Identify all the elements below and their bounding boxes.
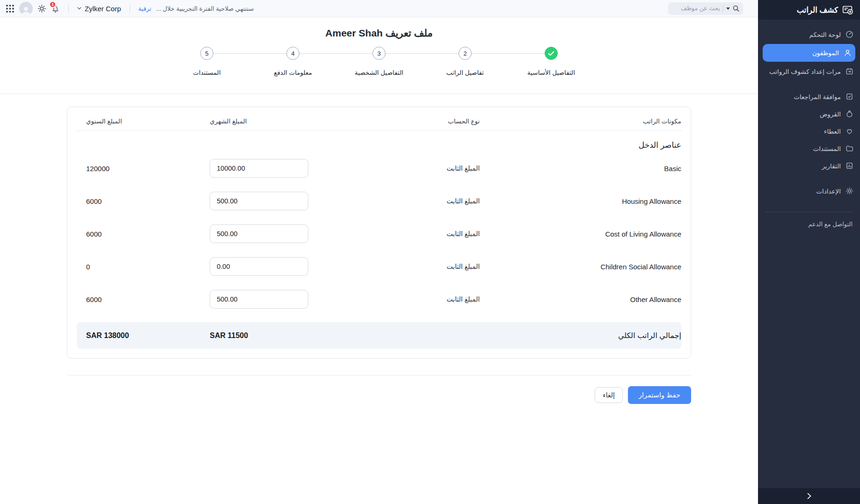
column-header-monthly: المبلغ الشهري — [210, 117, 367, 125]
step-label: المستندات — [167, 69, 247, 76]
actions-bar: حفظ واستمرار إلغاء — [67, 386, 691, 404]
sidebar-item-label: التقارير — [822, 162, 841, 170]
notifications-bell-icon[interactable]: 1 — [51, 4, 60, 13]
step-label: معلومات الدفع — [253, 69, 333, 76]
annual-amount: 6000 — [77, 197, 210, 205]
stepper-divider — [0, 94, 758, 94]
chevron-right-icon — [807, 493, 811, 499]
sidebar-item-label: العطاء — [824, 128, 841, 135]
approvals-icon — [845, 93, 853, 101]
sidebar-item-label: موافقة المراجعات — [794, 93, 841, 101]
loans-moneybag-icon — [845, 110, 853, 118]
calculation-type: المبلغ الثابت — [367, 230, 506, 238]
step-connector — [213, 53, 286, 54]
table-header-row: مكونات الراتب نوع الحساب المبلغ الشهري ا… — [77, 113, 681, 130]
sidebar-item-settings[interactable]: الإعدادات — [758, 182, 860, 200]
step-salary-details[interactable]: 2 تفاصيل الراتب — [459, 47, 472, 60]
topbar-divider — [130, 4, 130, 13]
monthly-amount-input[interactable] — [210, 290, 308, 309]
notification-count-badge: 1 — [49, 1, 56, 8]
sidebar-item-payruns[interactable]: مرات إعداد كشوف الرواتب — [758, 63, 860, 80]
sidebar-item-label: مرات إعداد كشوف الرواتب — [769, 68, 841, 75]
sidebar-item-label: الموظفون — [812, 49, 839, 57]
earnings-section-title: عناصر الدخل — [77, 140, 681, 150]
sidebar-item-documents[interactable]: المستندات — [758, 140, 860, 157]
apps-grid-icon[interactable] — [6, 4, 15, 13]
trial-banner: ستنتهي صلاحية الفترة التجريبية خلال ... … — [138, 5, 254, 12]
reports-chart-icon — [845, 162, 853, 170]
payroll-logo-icon — [842, 4, 854, 16]
step-label: التفاصيل الشخصية — [339, 69, 419, 76]
folder-icon — [845, 144, 853, 152]
sidebar: كشف الراتب لوحة التحكم الموظفون — [758, 0, 860, 504]
dashboard-icon — [845, 30, 853, 38]
step-connector — [299, 53, 372, 54]
monthly-amount-input[interactable] — [210, 257, 308, 276]
component-name: Cost of Living Allowance — [506, 230, 681, 238]
sidebar-item-donations[interactable]: العطاء — [758, 122, 860, 140]
org-switcher[interactable]: Zylker Corp — [77, 5, 121, 13]
user-avatar[interactable] — [19, 2, 33, 15]
search-input[interactable] — [673, 5, 720, 12]
step-connector — [472, 53, 545, 54]
step-number[interactable]: 4 — [286, 47, 299, 60]
step-label: تفاصيل الراتب — [425, 69, 505, 76]
sidebar-nav: لوحة التحكم الموظفون مرات إعداد كشو — [758, 20, 860, 230]
annual-amount: 6000 — [77, 230, 210, 238]
component-name: Children Social Allowance — [506, 263, 681, 271]
cancel-button[interactable]: إلغاء — [595, 387, 623, 403]
chevron-down-icon — [77, 7, 81, 10]
annual-amount: 120000 — [77, 165, 210, 173]
component-name: Other Allowance — [506, 295, 681, 303]
app-title: كشف الراتب — [797, 6, 838, 14]
table-row: Cost of Living Allowance المبلغ الثابت 6… — [77, 217, 681, 250]
monthly-amount-input[interactable] — [210, 192, 308, 210]
topbar-divider — [68, 4, 69, 13]
save-continue-button[interactable]: حفظ واستمرار — [628, 386, 691, 404]
total-annual-amount: SAR 138000 — [77, 331, 210, 340]
payruns-calendar-icon — [845, 67, 853, 75]
column-header-annual: المبلغ السنوي — [77, 117, 210, 125]
step-basic-details[interactable]: التفاصيل الأساسية — [545, 47, 558, 60]
search-icon[interactable] — [733, 5, 739, 12]
step-payment-info[interactable]: 4 معلومات الدفع — [286, 47, 299, 60]
employee-search-box — [668, 2, 743, 15]
actions-divider — [67, 375, 691, 375]
search-filter-chevron-icon[interactable] — [726, 7, 730, 10]
trial-text: ستنتهي صلاحية الفترة التجريبية خلال ... — [156, 5, 254, 12]
upgrade-link[interactable]: ترقية — [138, 5, 152, 12]
contact-support-link[interactable]: التواصل مع الدعم — [758, 218, 860, 230]
topbar: 1 Zylker Corp ستنتهي صلاحية الفترة التجر… — [0, 0, 758, 17]
employees-icon — [844, 49, 852, 57]
step-number[interactable]: 3 — [372, 47, 386, 60]
step-personal-details[interactable]: 3 التفاصيل الشخصية — [372, 47, 386, 60]
sidebar-item-label: لوحة التحكم — [809, 31, 841, 38]
sidebar-item-loans[interactable]: القروض — [758, 105, 860, 122]
gear-icon[interactable] — [37, 4, 46, 13]
table-row: Housing Allowance المبلغ الثابت 6000 — [77, 185, 681, 217]
monthly-amount-input[interactable] — [210, 224, 308, 243]
total-monthly-amount: SAR 11500 — [210, 331, 367, 340]
step-number[interactable]: 2 — [459, 47, 472, 60]
wizard-stepper: التفاصيل الأساسية 2 تفاصيل الراتب 3 التف… — [0, 47, 758, 94]
sidebar-item-label: القروض — [820, 110, 841, 118]
table-header-divider — [76, 130, 682, 131]
step-documents[interactable]: 5 المستندات — [200, 47, 213, 60]
main-content: ملف تعريف Ameer Shah التفاصيل الأساسية 2… — [0, 17, 758, 404]
sidebar-divider — [765, 212, 853, 212]
step-label: التفاصيل الأساسية — [511, 69, 591, 76]
calculation-type: المبلغ الثابت — [367, 165, 506, 172]
sidebar-item-reports[interactable]: التقارير — [758, 157, 860, 174]
sidebar-collapse-bar[interactable] — [758, 488, 860, 504]
sidebar-item-dashboard[interactable]: لوحة التحكم — [758, 26, 860, 43]
org-name: Zylker Corp — [85, 5, 121, 13]
annual-amount: 6000 — [77, 295, 210, 303]
step-connector — [386, 53, 459, 54]
step-completed-check-icon[interactable] — [545, 47, 558, 60]
sidebar-item-employees[interactable]: الموظفون — [763, 44, 855, 62]
column-header-type: نوع الحساب — [367, 117, 506, 125]
monthly-amount-input[interactable] — [210, 159, 308, 178]
sidebar-item-approvals[interactable]: موافقة المراجعات — [758, 88, 860, 105]
step-number[interactable]: 5 — [200, 47, 213, 60]
total-label: إجمالي الراتب الكلي — [506, 331, 681, 340]
